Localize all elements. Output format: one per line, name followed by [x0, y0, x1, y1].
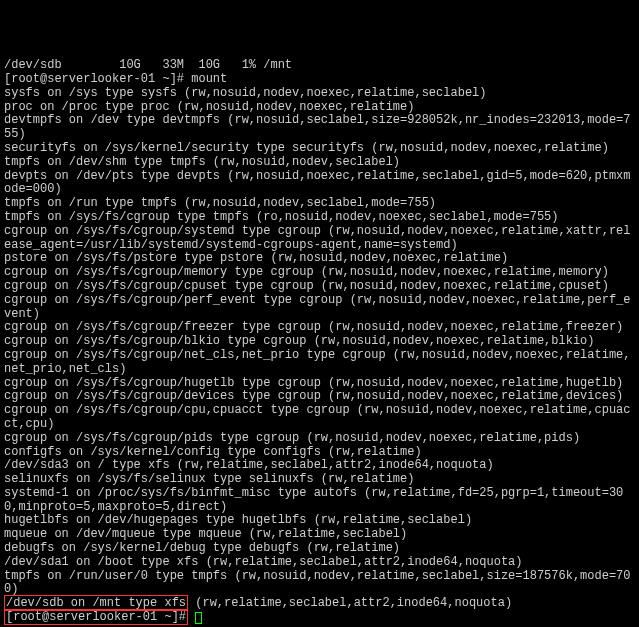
terminal-line: cgroup on /sys/fs/cgroup/perf_event type… [4, 294, 635, 322]
cursor-icon [195, 612, 202, 624]
terminal-line: hugetlbfs on /dev/hugepages type hugetlb… [4, 514, 635, 528]
terminal-line: sysfs on /sys type sysfs (rw,nosuid,node… [4, 87, 635, 101]
terminal-line: cgroup on /sys/fs/cgroup/cpu,cpuacct typ… [4, 404, 635, 432]
terminal-line: tmpfs on /run/user/0 type tmpfs (rw,nosu… [4, 570, 635, 598]
terminal-line: pstore on /sys/fs/pstore type pstore (rw… [4, 252, 635, 266]
terminal-line: systemd-1 on /proc/sys/fs/binfmt_misc ty… [4, 487, 635, 515]
terminal-line: devtmpfs on /dev type devtmpfs (rw,nosui… [4, 114, 635, 142]
terminal-line: cgroup on /sys/fs/cgroup/memory type cgr… [4, 266, 635, 280]
terminal-line: cgroup on /sys/fs/cgroup/pids type cgrou… [4, 432, 635, 446]
terminal-line: mqueue on /dev/mqueue type mqueue (rw,re… [4, 528, 635, 542]
terminal-line: devpts on /dev/pts type devpts (rw,nosui… [4, 170, 635, 198]
terminal-line: cgroup on /sys/fs/cgroup/freezer type cg… [4, 321, 635, 335]
prompt-line[interactable]: [root@serverlooker-01 ~]# [4, 611, 635, 625]
terminal-line: /dev/sda3 on / type xfs (rw,relatime,sec… [4, 459, 635, 473]
terminal-line: cgroup on /sys/fs/cgroup/hugetlb type cg… [4, 377, 635, 391]
mount-options: (rw,relatime,seclabel,attr2,inode64,noqu… [188, 596, 512, 610]
terminal-line: tmpfs on /run type tmpfs (rw,nosuid,node… [4, 197, 635, 211]
terminal-line: selinuxfs on /sys/fs/selinux type selinu… [4, 473, 635, 487]
terminal-line: tmpfs on /dev/shm type tmpfs (rw,nosuid,… [4, 156, 635, 170]
terminal-line: proc on /proc type proc (rw,nosuid,nodev… [4, 101, 635, 115]
terminal-output[interactable]: /dev/sdb 10G 33M 10G 1% /mnt[root@server… [4, 59, 635, 625]
terminal-line: cgroup on /sys/fs/cgroup/cpuset type cgr… [4, 280, 635, 294]
terminal-line: securityfs on /sys/kernel/security type … [4, 142, 635, 156]
terminal-line: cgroup on /sys/fs/cgroup/blkio type cgro… [4, 335, 635, 349]
terminal-line: cgroup on /sys/fs/cgroup/net_cls,net_pri… [4, 349, 635, 377]
terminal-line: configfs on /sys/kernel/config type conf… [4, 446, 635, 460]
terminal-line: /dev/sdb 10G 33M 10G 1% /mnt [4, 59, 635, 73]
terminal-line: cgroup on /sys/fs/cgroup/devices type cg… [4, 390, 635, 404]
terminal-line: cgroup on /sys/fs/cgroup/systemd type cg… [4, 225, 635, 253]
shell-prompt: [root@serverlooker-01 ~]# [4, 609, 188, 625]
terminal-line: tmpfs on /sys/fs/cgroup type tmpfs (ro,n… [4, 211, 635, 225]
terminal-line: debugfs on /sys/kernel/debug type debugf… [4, 542, 635, 556]
terminal-line: [root@serverlooker-01 ~]# mount [4, 73, 635, 87]
terminal-line: /dev/sda1 on /boot type xfs (rw,relatime… [4, 556, 635, 570]
